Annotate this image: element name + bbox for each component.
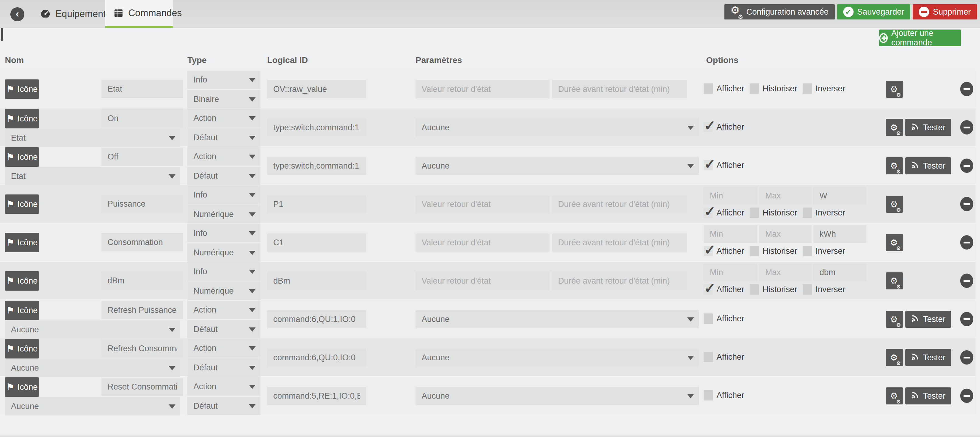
command-config-button[interactable]: ⚙⚙ bbox=[886, 349, 903, 366]
afficher-checkbox[interactable] bbox=[704, 390, 713, 401]
subtype-select[interactable]: Défaut bbox=[187, 320, 261, 339]
parameter-select[interactable]: Aucune bbox=[415, 310, 699, 328]
logical-id-input[interactable] bbox=[267, 195, 366, 213]
command-config-button[interactable]: ⚙⚙ bbox=[886, 311, 903, 328]
historiser-checkbox[interactable] bbox=[750, 207, 759, 218]
type-select[interactable]: Action bbox=[187, 377, 261, 396]
value-return-input[interactable] bbox=[415, 80, 550, 98]
type-select[interactable]: Action bbox=[187, 339, 261, 357]
state-link-select[interactable]: Etat bbox=[5, 129, 180, 147]
command-config-button[interactable]: ⚙⚙ bbox=[886, 119, 903, 136]
afficher-checkbox[interactable] bbox=[704, 284, 713, 294]
remove-command-button[interactable] bbox=[960, 235, 973, 250]
remove-command-button[interactable] bbox=[960, 274, 973, 288]
command-name-input[interactable] bbox=[102, 233, 183, 251]
subtype-select[interactable]: Numérique bbox=[187, 282, 261, 300]
command-config-button[interactable]: ⚙⚙ bbox=[886, 387, 903, 404]
afficher-checkbox[interactable] bbox=[704, 314, 713, 324]
command-name-input[interactable] bbox=[102, 195, 183, 213]
historiser-checkbox[interactable] bbox=[750, 246, 759, 256]
type-select[interactable]: Action bbox=[187, 301, 261, 319]
inverser-checkbox[interactable] bbox=[803, 284, 812, 294]
icon-picker-button[interactable]: ⚑ Icône bbox=[5, 271, 39, 291]
subtype-select[interactable]: Numérique bbox=[187, 244, 261, 262]
icon-picker-button[interactable]: ⚑ Icône bbox=[5, 339, 39, 358]
afficher-checkbox[interactable] bbox=[704, 122, 713, 132]
remove-command-button[interactable] bbox=[960, 120, 973, 135]
command-name-input[interactable] bbox=[102, 339, 183, 358]
logical-id-input[interactable] bbox=[267, 310, 366, 328]
command-config-button[interactable]: ⚙⚙ bbox=[886, 196, 903, 213]
parameter-select[interactable]: Aucune bbox=[415, 157, 699, 175]
icon-picker-button[interactable]: ⚑ Icône bbox=[5, 79, 39, 99]
max-input[interactable] bbox=[759, 187, 811, 204]
historiser-checkbox[interactable] bbox=[750, 83, 759, 94]
subtype-select[interactable]: Défaut bbox=[187, 397, 261, 415]
command-name-input[interactable] bbox=[102, 80, 183, 98]
duration-return-input[interactable] bbox=[552, 272, 687, 290]
inverser-checkbox[interactable] bbox=[803, 83, 812, 94]
command-config-button[interactable]: ⚙⚙ bbox=[886, 81, 903, 98]
logical-id-input[interactable] bbox=[267, 233, 366, 252]
min-input[interactable] bbox=[704, 187, 757, 204]
command-name-input[interactable] bbox=[102, 147, 183, 166]
logical-id-input[interactable] bbox=[267, 272, 366, 290]
afficher-checkbox[interactable] bbox=[704, 83, 713, 94]
test-command-button[interactable]: Tester bbox=[905, 157, 951, 174]
afficher-checkbox[interactable] bbox=[704, 160, 713, 170]
subtype-select[interactable]: Défaut bbox=[187, 358, 261, 377]
icon-picker-button[interactable]: ⚑ Icône bbox=[5, 233, 39, 252]
remove-command-button[interactable] bbox=[960, 82, 973, 96]
command-config-button[interactable]: ⚙⚙ bbox=[886, 272, 903, 290]
duration-return-input[interactable] bbox=[552, 195, 687, 213]
add-command-button[interactable]: Ajouter une commande bbox=[879, 30, 961, 46]
logical-id-input[interactable] bbox=[267, 348, 366, 367]
command-name-input[interactable] bbox=[102, 109, 183, 128]
historiser-checkbox[interactable] bbox=[750, 284, 759, 294]
command-name-input[interactable] bbox=[102, 271, 183, 290]
remove-command-button[interactable] bbox=[960, 389, 973, 403]
value-return-input[interactable] bbox=[415, 195, 550, 213]
save-button[interactable]: ✓ Sauvegarder bbox=[837, 4, 910, 19]
tab-commandes[interactable]: Commandes bbox=[105, 0, 173, 28]
advanced-config-button[interactable]: ⚙⚙ Configuration avancée bbox=[724, 4, 835, 19]
subtype-select[interactable]: Défaut bbox=[187, 167, 261, 185]
subtype-select[interactable]: Numérique bbox=[187, 205, 261, 223]
icon-picker-button[interactable]: ⚑ Icône bbox=[5, 195, 39, 214]
tab-equipement[interactable]: Equipement bbox=[32, 0, 114, 28]
unit-input[interactable] bbox=[813, 264, 866, 281]
type-select[interactable]: Info bbox=[187, 262, 261, 280]
test-command-button[interactable]: Tester bbox=[905, 311, 951, 328]
logical-id-input[interactable] bbox=[267, 80, 366, 98]
type-select[interactable]: Action bbox=[187, 147, 261, 166]
duration-return-input[interactable] bbox=[552, 80, 687, 98]
logical-id-input[interactable] bbox=[267, 387, 366, 405]
state-link-select[interactable]: Aucune bbox=[5, 397, 180, 415]
parameter-select[interactable]: Aucune bbox=[415, 119, 699, 137]
value-return-input[interactable] bbox=[415, 272, 550, 290]
logical-id-input[interactable] bbox=[267, 157, 366, 175]
max-input[interactable] bbox=[759, 264, 811, 281]
command-name-input[interactable] bbox=[102, 378, 183, 396]
icon-picker-button[interactable]: ⚑ Icône bbox=[5, 109, 39, 128]
type-select[interactable]: Info bbox=[187, 224, 261, 242]
icon-picker-button[interactable]: ⚑ Icône bbox=[5, 301, 39, 320]
type-select[interactable]: Action bbox=[187, 109, 261, 127]
test-command-button[interactable]: Tester bbox=[905, 387, 951, 404]
state-link-select[interactable]: Aucune bbox=[5, 359, 180, 377]
test-command-button[interactable]: Tester bbox=[905, 119, 951, 136]
parameter-select[interactable]: Aucune bbox=[415, 348, 699, 367]
remove-command-button[interactable] bbox=[960, 312, 973, 326]
afficher-checkbox[interactable] bbox=[704, 246, 713, 256]
min-input[interactable] bbox=[704, 225, 757, 243]
icon-picker-button[interactable]: ⚑ Icône bbox=[5, 147, 39, 167]
remove-command-button[interactable] bbox=[960, 197, 973, 211]
state-link-select[interactable]: Etat bbox=[5, 167, 180, 185]
remove-command-button[interactable] bbox=[960, 158, 973, 173]
min-input[interactable] bbox=[704, 264, 757, 281]
parameter-select[interactable]: Aucune bbox=[415, 387, 699, 405]
inverser-checkbox[interactable] bbox=[803, 207, 812, 218]
subtype-select[interactable]: Binaire bbox=[187, 90, 261, 108]
test-command-button[interactable]: Tester bbox=[905, 349, 951, 366]
type-select[interactable]: Info bbox=[187, 71, 261, 89]
